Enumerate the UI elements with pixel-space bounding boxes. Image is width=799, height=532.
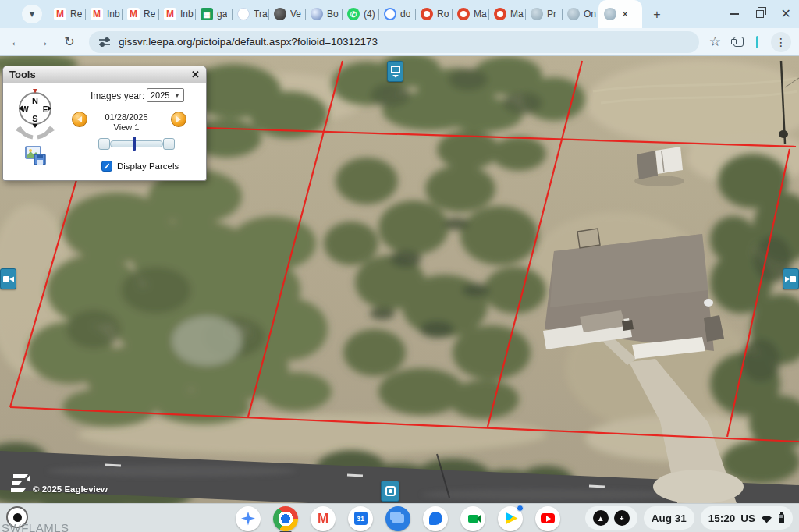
tools-panel-close-icon[interactable]: ✕ — [191, 69, 200, 80]
chrome-icon — [273, 506, 298, 531]
pan-east-button[interactable] — [783, 268, 799, 289]
close-icon[interactable]: ✕ — [781, 8, 791, 20]
tab-label: ga — [217, 9, 227, 20]
browser-menu-button[interactable]: ⋮ — [771, 32, 791, 52]
save-image-icon[interactable] — [25, 146, 47, 166]
tab-label: Ve — [290, 9, 301, 20]
gmail-icon — [311, 506, 336, 531]
tab[interactable]: Ro — [415, 0, 452, 28]
tab[interactable]: On — [562, 0, 598, 28]
tab-search-button[interactable]: ▾ — [22, 5, 42, 23]
tab-label: Ro — [437, 9, 449, 20]
tab[interactable]: Bo — [305, 0, 342, 28]
tab-label: Inb — [107, 9, 120, 20]
target-red-favicon-icon — [494, 8, 506, 20]
site-info-icon[interactable] — [98, 37, 111, 48]
circle-blue-favicon-icon — [384, 8, 396, 20]
zoom-slider-track[interactable] — [110, 140, 163, 147]
arrow-left-icon — [77, 116, 82, 122]
extensions-icon[interactable] — [733, 37, 744, 47]
restore-icon[interactable] — [756, 10, 764, 18]
tab[interactable]: MInb — [158, 0, 195, 28]
globe-favicon-icon — [531, 8, 543, 20]
calendar-icon — [348, 506, 373, 531]
eagleview-logo — [11, 473, 31, 494]
chevron-down-icon: ▾ — [30, 9, 34, 20]
tab-label: Ma — [474, 9, 487, 20]
shelf-app-messages[interactable] — [423, 506, 448, 531]
shelf-app-chrome[interactable] — [273, 506, 298, 531]
shelf-app-launcher[interactable] — [236, 506, 261, 531]
svg-text:N: N — [32, 96, 38, 105]
shelf-app-files[interactable] — [385, 506, 410, 531]
shelf-app-gmail[interactable] — [311, 506, 336, 531]
bookmark-star-icon[interactable]: ☆ — [709, 34, 721, 50]
pan-south-button[interactable] — [381, 481, 400, 502]
chevron-down-icon: ▼ — [174, 92, 180, 99]
zoom-out-button[interactable]: − — [98, 138, 110, 150]
next-view-button[interactable] — [171, 112, 186, 127]
tab-active[interactable]: × — [598, 0, 642, 28]
display-parcels-label: Display Parcels — [117, 161, 179, 171]
shelf-app-calendar[interactable] — [348, 506, 373, 531]
tab[interactable]: ✆(4) — [342, 0, 378, 28]
plus-notification-icon: + — [614, 510, 630, 526]
compass-rose[interactable]: N S W E — [9, 87, 61, 141]
tab[interactable]: Tra — [232, 0, 268, 28]
gmail-favicon-icon: M — [54, 8, 66, 20]
tab-label: Ma — [510, 9, 524, 20]
back-button[interactable]: ← — [6, 32, 27, 52]
sheets-favicon-icon: ▦ — [201, 8, 213, 20]
forward-button[interactable]: → — [33, 32, 53, 52]
tab[interactable]: Ve — [268, 0, 305, 28]
tools-panel-titlebar[interactable]: Tools ✕ — [3, 66, 206, 83]
date-pill[interactable]: Aug 31 — [644, 506, 694, 530]
map-copyright: © 2025 Eagleview — [33, 484, 108, 494]
previous-view-button[interactable] — [72, 112, 87, 127]
gmail-favicon-icon: M — [91, 8, 103, 20]
files-icon — [385, 506, 410, 531]
translate-favicon-icon — [237, 8, 250, 20]
svg-text:E: E — [43, 105, 48, 114]
tab[interactable]: MRe — [122, 0, 158, 28]
zoom-slider-thumb[interactable] — [133, 137, 136, 151]
battery-icon — [778, 512, 785, 524]
globe-favicon-icon — [567, 8, 580, 20]
tab[interactable]: Ma — [452, 0, 488, 28]
images-year-select[interactable]: 2025 ▼ — [147, 88, 184, 102]
screen: ▾ MReMInbMReMInb▦gaTraVeBo✆(4)doRoMaMaPr… — [0, 0, 799, 532]
tab-strip: ▾ MReMInbMReMInb▦gaTraVeBo✆(4)doRoMaMaPr… — [0, 0, 799, 28]
address-bar[interactable]: gissvr.leepa.org/pictoipa/default.aspx?f… — [89, 31, 699, 53]
tab[interactable]: Ma — [488, 0, 525, 28]
tab[interactable]: MRe — [48, 0, 85, 28]
image-date-block: 01/28/2025 View 1 — [87, 112, 165, 133]
tab-close-icon[interactable]: × — [622, 8, 628, 20]
tab[interactable]: ▦ga — [195, 0, 232, 28]
minimize-icon[interactable] — [730, 13, 739, 15]
shelf-app-youtube[interactable] — [535, 506, 560, 531]
reload-button[interactable]: ↻ — [59, 32, 80, 52]
tools-panel-title: Tools — [9, 69, 36, 80]
whatsapp-favicon-icon: ✆ — [347, 8, 360, 20]
status-pill[interactable]: 15:20 US — [701, 506, 793, 530]
display-parcels-checkbox[interactable]: ✓ — [101, 161, 112, 172]
tab[interactable]: MInb — [85, 0, 122, 28]
shelf-app-play[interactable] — [498, 506, 523, 531]
tab-label: Inb — [180, 9, 194, 20]
notification-pill[interactable]: ▲+ — [585, 506, 637, 530]
svg-text:S: S — [32, 114, 37, 123]
new-tab-button[interactable]: + — [648, 6, 666, 23]
tab-label: Bo — [327, 9, 339, 20]
aerial-map-view[interactable]: © 2025 Eagleview Tools ✕ N S W — [0, 56, 799, 503]
shelf-time: 15:20 — [708, 512, 736, 524]
tab[interactable]: Pr — [525, 0, 562, 28]
wifi-icon — [761, 513, 772, 523]
tab[interactable]: do — [378, 0, 415, 28]
sphere-dark-favicon-icon — [274, 8, 286, 20]
pan-north-button[interactable] — [387, 61, 403, 82]
shelf-app-meet[interactable] — [460, 506, 485, 531]
zoom-in-button[interactable]: + — [163, 138, 175, 150]
arrow-right-icon — [176, 116, 181, 122]
mls-watermark: SWFLAMLS — [2, 521, 69, 532]
pan-west-button[interactable] — [0, 268, 16, 289]
